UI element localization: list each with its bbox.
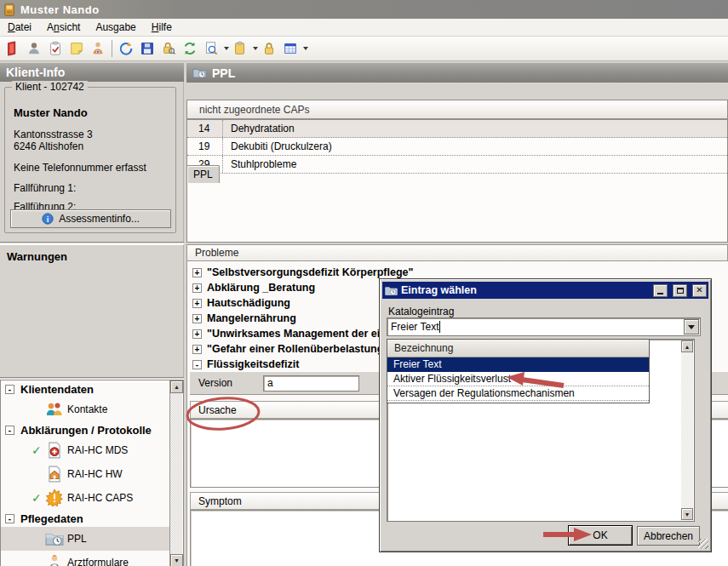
- check-icon: ✓: [32, 491, 45, 505]
- user-icon[interactable]: [24, 38, 44, 59]
- klient-info-header: Klient-Info: [0, 63, 184, 82]
- tree-row[interactable]: - Pflegedaten: [1, 510, 170, 527]
- caps-label: Stuhlprobleme: [223, 158, 296, 170]
- klient-info-title: Klient-Info: [6, 66, 65, 79]
- clipboard-dropdown-icon[interactable]: [253, 47, 258, 50]
- window-title: Muster Nando: [20, 3, 100, 16]
- clipboard-icon[interactable]: [230, 38, 250, 59]
- folder-clock-icon: [385, 285, 398, 296]
- lock-search-icon[interactable]: [158, 38, 179, 59]
- expander-icon[interactable]: -: [5, 385, 14, 394]
- scroll-down-icon[interactable]: ▼: [170, 554, 183, 566]
- menubar: Datei Ansicht Ausgabe Hilfe: [0, 19, 728, 37]
- grid-dropdown-icon[interactable]: [303, 47, 308, 50]
- menu-item[interactable]: Ansicht: [39, 20, 88, 35]
- problem-label: Flüssigkeitsdefizit: [207, 358, 299, 370]
- tree-row[interactable]: ✓ RAI-HC MDS: [1, 438, 170, 462]
- sync-icon[interactable]: [116, 38, 136, 59]
- print-preview-dropdown-icon[interactable]: [224, 47, 229, 50]
- refresh-icon[interactable]: [180, 38, 200, 59]
- klient-address1: Kantonsstrasse 3: [14, 129, 93, 140]
- print-preview-icon[interactable]: [201, 38, 221, 59]
- tree-item-label: RAI-HC CAPS: [67, 492, 133, 504]
- abbrechen-button[interactable]: Abbrechen: [637, 526, 700, 546]
- dropdown-option[interactable]: Aktiver Flüssigkeitsverlust: [387, 372, 649, 386]
- medic-icon[interactable]: [88, 38, 108, 59]
- tree-row[interactable]: - Abklärungen / Protokolle: [1, 421, 170, 438]
- tree-item-label: PPL: [67, 533, 87, 545]
- version-input[interactable]: a: [263, 375, 359, 392]
- expander-icon[interactable]: +: [192, 314, 202, 323]
- caps-number: 19: [187, 138, 223, 155]
- menu-item[interactable]: Hilfe: [144, 20, 180, 35]
- tab-ppl[interactable]: PPL: [186, 165, 220, 183]
- combobox-dropdown-list: Bezeichnung Freier Text Aktiver Flüssigk…: [387, 339, 650, 403]
- expander-icon[interactable]: -: [192, 360, 202, 369]
- problem-label: Mangelernährung: [207, 312, 296, 324]
- toolbar-separator: [112, 40, 112, 57]
- eintrag-waehlen-dialog: Eintrag wählen ✕ Katalogeintrag Freier T…: [379, 278, 712, 552]
- tree-item-label: RAI-HC HW: [67, 468, 123, 480]
- save-icon[interactable]: [137, 38, 158, 59]
- window-titlebar[interactable]: Muster Nando: [0, 0, 728, 19]
- tree-scrollbar[interactable]: ▲ ▼: [169, 380, 182, 566]
- tree-row[interactable]: Arztformulare: [1, 551, 170, 566]
- scroll-down-icon[interactable]: ▼: [681, 508, 693, 520]
- tree-row[interactable]: Kontakte: [1, 397, 170, 421]
- application-window: Muster Nando Datei Ansicht Ausgabe Hilfe: [0, 0, 728, 566]
- tree-item-label: Abklärungen / Protokolle: [20, 424, 152, 437]
- combobox-value: Freier Text: [387, 321, 684, 333]
- expander-icon[interactable]: +: [192, 283, 202, 293]
- tab-strip: PPL Besondere Hinweise: [186, 83, 728, 100]
- tree-item-icon: [45, 401, 67, 418]
- chevron-down-icon: [688, 325, 695, 329]
- combobox-dropdown-button[interactable]: [684, 319, 699, 334]
- caps-row[interactable]: 19 Dekubiti (Druckulzera): [187, 138, 727, 156]
- grid-icon[interactable]: [280, 38, 301, 59]
- warnings-panel: Warnungen: [0, 244, 184, 377]
- tree-row[interactable]: RAI-HC HW: [1, 462, 170, 486]
- resize-grip[interactable]: [698, 539, 708, 549]
- maximize-icon[interactable]: [673, 284, 687, 297]
- ppl-header-title: PPL: [212, 66, 235, 80]
- exit-icon[interactable]: [3, 38, 23, 59]
- katalogeintrag-label: Katalogeintrag: [388, 306, 454, 317]
- assessmentinfo-button[interactable]: i Assessmentinfo...: [10, 209, 171, 228]
- lock-icon[interactable]: [259, 38, 279, 59]
- caps-row[interactable]: 14 Dehydratation: [187, 120, 727, 138]
- tree-row[interactable]: PPL: [1, 527, 170, 551]
- caps-label: Dehydratation: [223, 123, 295, 134]
- expander-icon[interactable]: -: [5, 514, 14, 523]
- katalogeintrag-combobox[interactable]: Freier Text: [387, 317, 701, 336]
- expander-icon[interactable]: +: [192, 268, 202, 277]
- ok-button[interactable]: OK: [568, 525, 633, 546]
- menu-item[interactable]: Datei: [0, 20, 39, 35]
- expander-icon[interactable]: -: [5, 426, 14, 435]
- minimize-icon[interactable]: [653, 284, 668, 297]
- expander-icon[interactable]: +: [192, 299, 202, 308]
- klient-address2: 6246 Altishofen: [14, 140, 83, 152]
- app-icon: [3, 3, 16, 16]
- navigation-tree: - Klientendaten: [0, 380, 184, 566]
- menu-item[interactable]: Ausgabe: [88, 20, 143, 35]
- caps-header: nicht zugeordnete CAPs: [187, 100, 727, 120]
- sticky-note-icon[interactable]: [66, 38, 87, 59]
- scroll-up-icon[interactable]: ▲: [681, 340, 693, 352]
- dialog-titlebar[interactable]: Eintrag wählen ✕: [382, 282, 708, 299]
- expander-icon[interactable]: +: [192, 345, 202, 354]
- scroll-up-icon[interactable]: ▲: [170, 380, 183, 393]
- tree-item-icon: [45, 466, 67, 483]
- problem-label: "Unwirksames Management der ei: [207, 328, 380, 340]
- caps-row[interactable]: 29 Stuhlprobleme: [187, 156, 727, 174]
- dropdown-option[interactable]: Freier Text: [387, 357, 649, 372]
- clipboard-check-icon[interactable]: [45, 38, 66, 59]
- expander-icon[interactable]: +: [192, 329, 202, 339]
- close-icon[interactable]: ✕: [692, 284, 707, 297]
- dropdown-column-header: Bezeichnung: [387, 340, 649, 357]
- klient-name: Muster Nando: [14, 106, 88, 119]
- klient-phone-note: Keine Telefonnummer erfasst: [14, 162, 146, 174]
- dialog-list-scrollbar[interactable]: ▲ ▼: [681, 340, 693, 520]
- tree-row[interactable]: - Klientendaten: [1, 380, 170, 397]
- tree-row[interactable]: ✓ RAI-HC CAPS: [1, 486, 170, 510]
- dropdown-option[interactable]: Versagen der Regulationsmechanismen: [387, 386, 649, 401]
